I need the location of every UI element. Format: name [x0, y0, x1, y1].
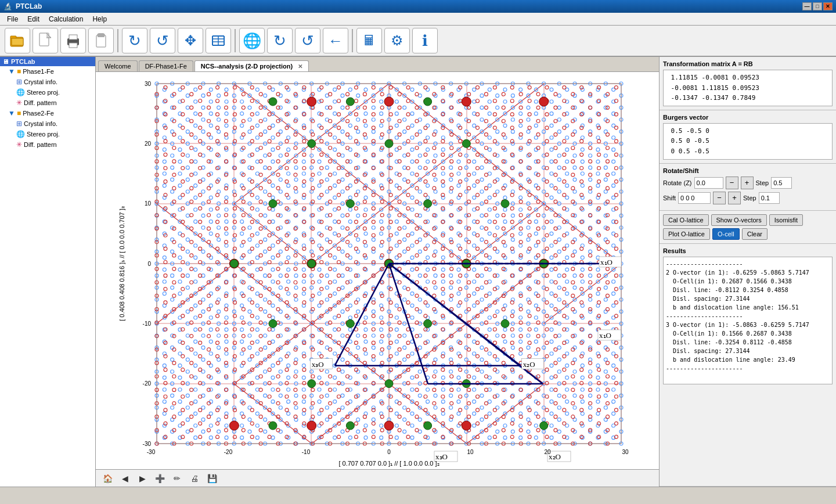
svg-text:10: 10 [467, 449, 474, 455]
tree-item-diff2[interactable]: ✳ Diff. pattern [0, 139, 95, 150]
prev-bottom-button[interactable]: ◀ [118, 471, 132, 485]
svg-point-3359 [462, 421, 471, 430]
shift-step-input[interactable] [759, 192, 780, 204]
title-bar-left: 🔬 PTCLab [3, 2, 42, 10]
tab-welcome[interactable]: Welcome [98, 60, 138, 71]
tree-item-diff1[interactable]: ✳ Diff. pattern [0, 98, 95, 108]
save-bottom-button[interactable]: 💾 [205, 471, 219, 485]
minimize-button[interactable]: — [802, 2, 812, 10]
tree-label-phase2: Phase2-Fe [23, 110, 54, 117]
right-panel: Transformation matrix A = RB 1.11815 -0.… [659, 57, 836, 487]
action-row-2: Plot O-lattice O-cell Clear [663, 228, 833, 240]
print-button[interactable] [60, 28, 86, 53]
clear-button[interactable]: Clear [742, 228, 767, 240]
redo-button[interactable]: ↺ [150, 28, 175, 53]
tree-item-phase2[interactable]: ▼ ■ Phase2-Fe [0, 108, 95, 118]
tree-item-crystal1[interactable]: ⊞ Crystal info. [0, 77, 95, 87]
list-button[interactable] [206, 28, 231, 53]
rotate-ccw-button[interactable]: ↺ [295, 28, 320, 53]
tree-root-label: PTCLab [11, 58, 35, 65]
svg-text:-10: -10 [302, 449, 311, 455]
back-button[interactable]: ← [323, 28, 348, 53]
calculator-button[interactable]: 🖩 [356, 28, 382, 53]
shift-row: Shift − + Step [663, 192, 833, 204]
menu-calculation[interactable]: Calculation [44, 14, 88, 24]
tree-label-crystal1: Crystal info. [24, 78, 57, 85]
shift-plus-button[interactable]: + [728, 192, 741, 204]
new-file-button[interactable] [33, 28, 58, 53]
separator-2 [235, 29, 236, 52]
tab-ncs-analysis[interactable]: NCS--analysis (2-D projection) ✕ [194, 60, 309, 71]
svg-point-3360 [229, 421, 239, 430]
svg-point-3389 [269, 422, 277, 430]
tree-label-stereo2: Stereo proj. [27, 131, 60, 138]
expand-icon-phase1: ▼ [8, 67, 15, 75]
maximize-button[interactable]: □ [813, 2, 822, 10]
status-bar [0, 487, 836, 504]
results-text-area: ---------------------- 2 O-vector (in 1)… [663, 257, 833, 384]
svg-point-3378 [385, 139, 393, 147]
rotate-row: Rotate (Z) − + Step [663, 177, 833, 189]
info-button[interactable]: ℹ [412, 28, 438, 53]
cal-o-lattice-button[interactable]: Cal O-lattice [663, 214, 709, 226]
tree-item-stereo2[interactable]: 🌐 Stereo proj. [0, 129, 95, 139]
show-o-vectors-button[interactable]: Show O-vectors [711, 214, 767, 226]
add-bottom-button[interactable]: ➕ [153, 471, 167, 485]
open-folder-button[interactable] [5, 28, 30, 53]
action-row-1: Cal O-lattice Show O-vectors Isomisfit [663, 214, 833, 226]
svg-point-3358 [307, 421, 316, 430]
rotate-step-label: Step [756, 179, 769, 186]
menu-file[interactable]: File [2, 14, 23, 24]
tree-header: 🖥 PTCLab [0, 57, 95, 66]
left-panel: 🖥 PTCLab ▼ ■ Phase1-Fe ⊞ Crystal info. 🌐… [0, 57, 96, 487]
tree-item-stereo1[interactable]: 🌐 Stereo proj. [0, 87, 95, 98]
svg-text:0: 0 [147, 261, 151, 267]
undo-button[interactable]: ↻ [122, 28, 147, 53]
svg-point-3371 [424, 200, 432, 208]
menu-edit[interactable]: Edit [23, 14, 44, 24]
tab-close-ncs[interactable]: ✕ [298, 63, 302, 70]
close-button[interactable]: ✕ [823, 2, 833, 10]
tab-df-phase1[interactable]: DF-Phase1-Fe [139, 60, 193, 71]
edit-bottom-button[interactable]: ✏ [170, 471, 184, 485]
tree-item-phase1[interactable]: ▼ ■ Phase1-Fe [0, 66, 95, 77]
isomisfit-button[interactable]: Isomisfit [769, 214, 803, 226]
star-icon-diff2: ✳ [16, 141, 22, 149]
svg-point-3387 [346, 422, 354, 430]
rotate-step-input[interactable] [771, 177, 792, 189]
svg-point-3370 [346, 200, 354, 208]
menu-help[interactable]: Help [88, 14, 111, 24]
transformation-matrix: 1.11815 -0.0081 0.09523 -0.0081 1.11815 … [663, 70, 833, 106]
rotate-plus-button[interactable]: + [741, 177, 754, 189]
tree-label-diff2: Diff. pattern [24, 141, 57, 148]
shift-label: Shift [663, 195, 676, 201]
plot-o-lattice-button[interactable]: Plot O-lattice [663, 228, 710, 240]
svg-point-3381 [385, 380, 393, 388]
svg-point-3386 [269, 98, 277, 106]
separator-1 [117, 29, 118, 52]
rotate-input[interactable] [694, 177, 723, 189]
settings-button[interactable]: ⚙ [384, 28, 410, 53]
svg-text:30: 30 [622, 449, 629, 455]
o-cell-button[interactable]: O-cell [712, 228, 740, 240]
paste-button[interactable] [88, 28, 114, 53]
home-bottom-button[interactable]: 🏠 [100, 471, 114, 485]
print-bottom-button[interactable]: 🖨 [188, 471, 201, 485]
rotate-cw-button[interactable]: ↻ [267, 28, 293, 53]
title-bar-buttons: — □ ✕ [802, 2, 833, 10]
shift-minus-button[interactable]: − [713, 192, 726, 204]
svg-point-3363 [462, 97, 471, 106]
burgers-section: Burgers vector 0.5 -0.5 0 0.5 0 -0.5 0 0… [660, 110, 836, 164]
center-panel: Welcome DF-Phase1-Fe NCS--analysis (2-D … [96, 57, 659, 487]
tree-item-crystal2[interactable]: ⊞ Crystal info. [0, 118, 95, 129]
svg-point-3361 [384, 97, 394, 106]
svg-rect-1 [10, 36, 16, 38]
next-bottom-button[interactable]: ▶ [135, 471, 149, 485]
rotate-minus-button[interactable]: − [726, 177, 738, 189]
action-buttons-section: Cal O-lattice Show O-vectors Isomisfit P… [660, 211, 836, 244]
rotate-shift-section: Rotate/Shift Rotate (Z) − + Step Shift −… [660, 164, 836, 211]
globe-button[interactable]: 🌐 [239, 28, 265, 53]
shift-input[interactable] [678, 192, 711, 204]
tree-label-crystal2: Crystal info. [24, 120, 57, 127]
move-button[interactable]: ✥ [178, 28, 203, 53]
